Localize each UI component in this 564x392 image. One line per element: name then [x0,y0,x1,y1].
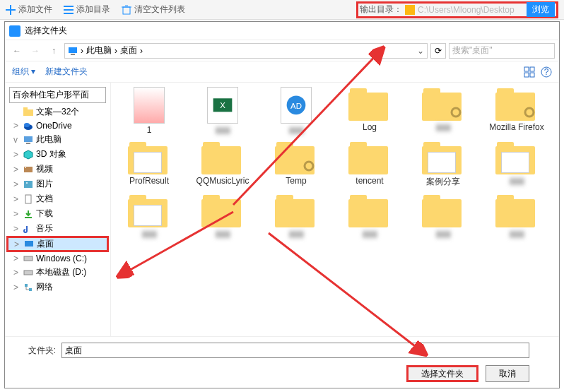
nav-sidebar: 百余种住宅户形平面 文案—32个>OneDrivev此电脑>3D 对象>视频>图… [5,83,111,336]
add-file-button[interactable]: 添加文件 [6,4,52,16]
tree-item-onedrive[interactable]: >OneDrive [6,119,109,132]
item-label: Mozilla Firefox [489,122,544,132]
forward-button[interactable]: → [28,43,43,59]
expand-icon[interactable]: > [13,254,20,263]
dialog-body: 百余种住宅户形平面 文案—32个>OneDrivev此电脑>3D 对象>视频>图… [5,83,559,336]
expand-icon[interactable]: > [13,165,20,174]
breadcrumb[interactable]: › 此电脑 › 桌面 › ⌄ [64,43,428,59]
grid-item[interactable]: Temp [261,141,331,188]
command-bar: 组织 ▾ 新建文件夹 ? [5,61,559,83]
grid-item[interactable]: 案例分享 [408,141,478,188]
grid-item[interactable]: QQMusicLyric [187,141,258,188]
folder-icon [23,107,33,117]
tree-item-label: 文案—32个 [36,106,79,118]
tree-item-pc[interactable]: v此电脑 [6,132,109,147]
grid-item[interactable]: 1 [114,87,184,135]
svg-rect-20 [24,181,33,188]
grid-item[interactable]: ▮▮▮ [261,194,331,239]
breadcrumb-desktop[interactable]: 桌面 [120,44,137,57]
desktop-icon [24,239,34,249]
grid-item[interactable]: AD▮▮▮ [261,87,331,135]
expand-icon[interactable]: > [13,121,20,131]
svg-rect-24 [24,256,33,261]
organize-button[interactable]: 组织 ▾ [12,66,35,78]
cancel-button[interactable]: 取消 [486,365,529,382]
music-icon [23,224,33,234]
tree-item-music[interactable]: >音乐 [6,221,109,236]
expand-icon[interactable]: > [13,209,20,219]
expand-icon[interactable]: > [13,268,20,278]
up-button[interactable]: ↑ [46,43,61,59]
item-label: ▮▮▮ [436,122,451,132]
refresh-button[interactable]: ⟳ [430,43,446,59]
expand-icon[interactable]: > [13,224,20,234]
tree-item-disk[interactable]: >Windows (C:) [6,252,109,265]
item-label: ▮▮▮ [510,229,524,239]
tree-item-label: 图片 [36,178,53,190]
tree-item-label: 下载 [36,208,53,220]
tree-item-network[interactable]: >网络 [6,280,109,295]
output-dir-section: 输出目录： C:\Users\Mloong\Desktop 浏览 [356,1,558,18]
tree-item-pictures[interactable]: >图片 [6,177,109,191]
select-folder-button[interactable]: 选择文件夹 [406,365,478,382]
folder-icon [405,5,415,15]
search-input[interactable]: 搜索"桌面" [449,43,555,59]
folder-name-input[interactable] [61,343,529,358]
expand-icon[interactable]: v [13,135,20,145]
tree-item-docs[interactable]: >文档 [6,191,109,206]
item-label: Temp [286,176,306,186]
expand-icon[interactable]: > [13,179,20,189]
help-icon[interactable]: ? [541,66,552,78]
svg-text:X: X [220,101,225,109]
clear-list-button[interactable]: 清空文件列表 [122,4,185,16]
expand-icon[interactable]: > [14,239,21,249]
file-grid[interactable]: 1X▮▮▮AD▮▮▮Log▮▮▮Mozilla FirefoxProfResul… [111,83,559,336]
view-icon[interactable] [524,66,535,78]
tree-item-desktop[interactable]: >桌面 [6,236,109,252]
tree-item-disk[interactable]: >本地磁盘 (D:) [6,265,109,280]
tree-item-label: 视频 [36,163,53,175]
expand-icon[interactable]: > [13,194,20,204]
address-dropdown[interactable]: ⌄ [417,46,424,56]
back-button[interactable]: ← [9,43,25,59]
svg-text:AD: AD [290,102,302,110]
grid-item[interactable]: X▮▮▮ [187,87,258,135]
tree-item-3d[interactable]: >3D 对象 [6,147,109,162]
svg-rect-23 [25,241,33,247]
grid-item[interactable]: tencent [334,141,405,188]
grid-item[interactable]: ProfResult [114,141,184,188]
item-label: Log [363,122,377,132]
grid-item[interactable]: Log [334,87,405,135]
browse-button[interactable]: 浏览 [527,2,555,17]
breadcrumb-pc[interactable]: 此电脑 [86,44,112,57]
breadcrumb-sep: › [140,46,143,56]
add-file-label: 添加文件 [18,4,52,16]
grid-item[interactable]: ▮▮▮ [481,194,552,239]
grid-item[interactable]: ▮▮▮ [114,194,184,239]
downloads-icon [23,209,33,219]
dialog-titlebar: 选择文件夹 [5,22,559,40]
item-label: tencent [356,176,383,186]
add-dir-button[interactable]: 添加目录 [64,4,110,16]
expand-icon[interactable]: > [13,150,20,160]
grid-item[interactable]: ▮▮▮ [408,194,478,239]
tree-item-video[interactable]: >视频 [6,162,109,177]
item-label: ▮▮▮ [363,229,377,239]
svg-point-32 [452,108,460,117]
new-folder-button[interactable]: 新建文件夹 [45,66,88,78]
tree-item-label: Windows (C:) [36,254,87,263]
docs-icon [23,194,33,204]
grid-item[interactable]: Mozilla Firefox [481,87,552,135]
item-label: ▮▮▮ [436,229,451,239]
tree-item-downloads[interactable]: >下载 [6,206,109,221]
grid-item[interactable]: ▮▮▮ [187,194,258,239]
item-label: QQMusicLyric [196,176,249,186]
grid-item[interactable]: ▮▮▮ [408,87,478,135]
tree-item-label: 桌面 [37,238,54,250]
expand-icon[interactable]: > [13,283,20,292]
tree-item-folder[interactable]: 文案—32个 [6,105,109,119]
pc-icon [23,135,33,145]
grid-item[interactable]: ▮▮▮ [481,141,552,188]
svg-rect-13 [23,107,28,110]
grid-item[interactable]: ▮▮▮ [334,194,405,239]
